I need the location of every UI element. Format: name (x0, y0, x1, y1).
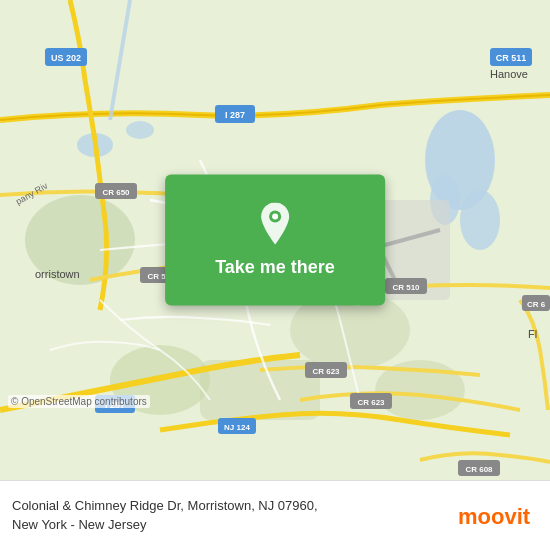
svg-text:US 202: US 202 (51, 53, 81, 63)
svg-point-5 (126, 121, 154, 139)
osm-attribution: © OpenStreetMap contributors (8, 395, 150, 408)
svg-text:CR 608: CR 608 (465, 465, 493, 474)
svg-text:CR 623: CR 623 (357, 398, 385, 407)
moovit-logo: moovit (458, 500, 538, 532)
svg-point-43 (272, 214, 278, 220)
address-line2: New York - New Jersey (12, 516, 458, 534)
location-pin-icon (257, 203, 293, 247)
svg-text:CR 6: CR 6 (527, 300, 546, 309)
svg-text:NJ 124: NJ 124 (224, 423, 250, 432)
map-container: US 202 I 287 I 287 CR 511 CR 650 CR 511 … (0, 0, 550, 480)
cta-label: Take me there (215, 257, 335, 278)
svg-point-2 (460, 190, 500, 250)
address-line1: Colonial & Chimney Ridge Dr, Morristown,… (12, 497, 458, 515)
svg-text:CR 510: CR 510 (392, 283, 420, 292)
moovit-logo-svg: moovit (458, 500, 538, 532)
svg-text:Hanove: Hanove (490, 68, 528, 80)
attribution-text: © OpenStreetMap contributors (11, 396, 147, 407)
svg-text:orristown: orristown (35, 268, 80, 280)
svg-text:moovit: moovit (458, 504, 531, 529)
bottom-bar: Colonial & Chimney Ridge Dr, Morristown,… (0, 480, 550, 550)
svg-text:Fl: Fl (528, 328, 537, 340)
svg-text:CR 650: CR 650 (102, 188, 130, 197)
address-block: Colonial & Chimney Ridge Dr, Morristown,… (12, 497, 458, 533)
svg-text:CR 511: CR 511 (496, 53, 527, 63)
svg-text:CR 623: CR 623 (312, 367, 340, 376)
take-me-there-button[interactable]: Take me there (165, 175, 385, 306)
svg-text:I 287: I 287 (225, 110, 245, 120)
